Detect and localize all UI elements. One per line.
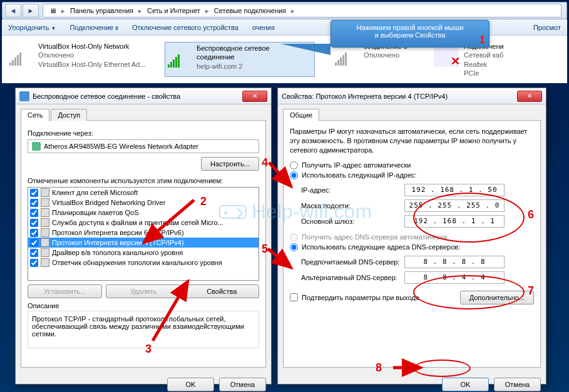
uninstall-button[interactable]: Удалить: [106, 284, 180, 298]
breadcrumb-mid[interactable]: Сеть и Интернет: [147, 7, 200, 14]
cancel-button[interactable]: Отмена: [219, 378, 266, 391]
properties-dialog-tcpip: Свойства: Протокол Интернета версии 4 (T…: [277, 88, 546, 384]
list-item[interactable]: Клиент для сетей Microsoft: [28, 188, 259, 198]
dialog2-title: Свойства: Протокол Интернета версии 4 (T…: [282, 93, 448, 100]
info-text: Параметры IP могут назначаться автоматич…: [290, 127, 534, 155]
adapter-field: Atheros AR9485WB-EG Wireless Network Ada…: [28, 139, 259, 153]
dns2-field[interactable]: 8 . 8 . 4 . 4: [404, 271, 505, 284]
menu-view[interactable]: Просмот: [533, 24, 561, 31]
properties-dialog-adapter: Беспроводное сетевое соединение - свойст…: [15, 88, 272, 384]
list-item-tcpipv4[interactable]: Протокол Интернета версии 4 (TCP/IPv4): [28, 238, 259, 248]
adapter-icon: [19, 91, 29, 101]
list-item[interactable]: Ответчик обнаружения топологии канальног…: [28, 258, 259, 268]
ok-button[interactable]: OK: [167, 378, 214, 391]
network-card-icon: [32, 142, 41, 151]
breadcrumb[interactable]: 🖥 ▸ Панель управления ▸ Сеть и Интернет …: [43, 4, 561, 18]
radio-dns-manual[interactable]: [290, 243, 298, 251]
list-item[interactable]: Драйвер в/в тополога канального уровня: [28, 248, 259, 258]
breadcrumb-leaf[interactable]: Сетевые подключения: [214, 7, 286, 14]
connection-virtualbox[interactable]: VirtualBox Host-Only Network Отключено V…: [8, 42, 146, 77]
list-item[interactable]: Протокол Интернета версии 6 (TCP/IPv6): [28, 228, 259, 238]
tab-access[interactable]: Доступ: [51, 109, 87, 121]
ok-button[interactable]: OK: [442, 378, 489, 391]
connect-via-label: Подключение через:: [28, 129, 259, 137]
cancel-button[interactable]: Отмена: [494, 378, 541, 391]
tab-general[interactable]: Общие: [283, 109, 319, 121]
advanced-button[interactable]: Дополнительно...: [460, 291, 534, 304]
menu-diagnose[interactable]: очения: [252, 24, 275, 31]
menu-organize[interactable]: Упорядочить▼: [8, 24, 56, 31]
radio-ip-auto[interactable]: [290, 161, 298, 169]
subnet-mask-field[interactable]: 255 . 255 . 255 . 0: [404, 199, 505, 212]
close-button[interactable]: ✕: [242, 91, 267, 102]
dialog1-title: Беспроводное сетевое соединение - свойст…: [33, 93, 180, 100]
menu-disable[interactable]: Отключение сетевого устройства: [132, 24, 238, 31]
components-label: Отмеченные компоненты используются этим …: [28, 177, 259, 184]
tab-network[interactable]: Сеть: [21, 109, 49, 121]
disconnected-icon: ✕: [451, 54, 460, 68]
nav-forward-button[interactable]: ►: [23, 4, 39, 18]
computer-icon: 🖥: [49, 7, 56, 14]
confirm-checkbox[interactable]: [290, 293, 298, 301]
menu-connect[interactable]: Подключение к: [69, 24, 118, 31]
description-label: Описание: [28, 302, 259, 309]
list-item[interactable]: Служба доступа к файлам и принтерам сете…: [28, 218, 259, 228]
radio-dns-auto: [290, 233, 298, 241]
ip-address-field[interactable]: 192 . 168 . 1 . 50: [404, 184, 505, 196]
nav-back-button[interactable]: ◄: [5, 4, 21, 18]
close-button[interactable]: ✕: [517, 91, 542, 102]
properties-button[interactable]: Свойства: [185, 284, 259, 298]
description-text: Протокол TCP/IP - стандартный протокол г…: [28, 311, 259, 348]
list-item[interactable]: VirtualBox Bridged Networking Driver: [28, 198, 259, 208]
radio-ip-manual[interactable]: [290, 171, 298, 179]
gateway-field[interactable]: 192 . 168 . 1 . 1: [404, 215, 505, 228]
dns1-field[interactable]: 8 . 8 . 8 . 8: [404, 256, 505, 268]
install-button[interactable]: Установить...: [28, 284, 102, 298]
list-item[interactable]: Планировщик пакетов QoS: [28, 208, 259, 218]
configure-button[interactable]: Настроить...: [201, 157, 259, 171]
tooltip-callout: Нажимаем правой кнопкой мыши и выбираем …: [331, 20, 490, 48]
breadcrumb-root[interactable]: Панель управления: [70, 7, 133, 14]
callout-tail: [280, 44, 331, 55]
components-list[interactable]: Клиент для сетей Microsoft VirtualBox Br…: [28, 187, 259, 281]
